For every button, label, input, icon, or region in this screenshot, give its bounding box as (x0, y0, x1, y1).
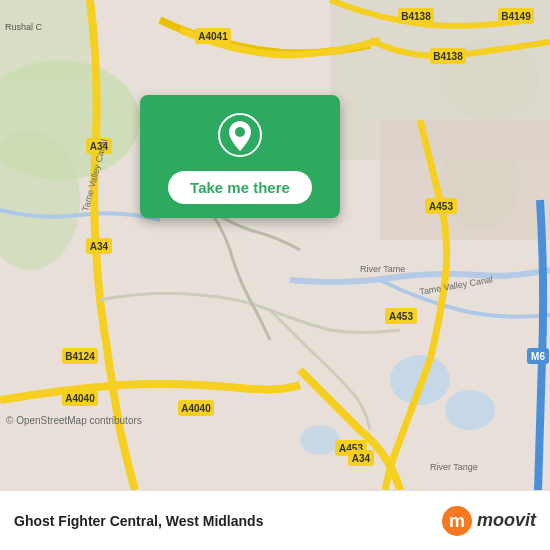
svg-text:B4138: B4138 (401, 11, 431, 22)
svg-text:B4138: B4138 (433, 51, 463, 62)
svg-text:A453: A453 (429, 201, 453, 212)
location-name: Ghost Fighter Central, West Midlands (14, 513, 263, 529)
svg-text:A4040: A4040 (181, 403, 211, 414)
svg-text:m: m (449, 511, 465, 531)
svg-text:A34: A34 (90, 241, 109, 252)
moovit-brand-icon: m (441, 505, 473, 537)
svg-text:River Tame: River Tame (360, 264, 405, 274)
svg-point-46 (235, 127, 245, 137)
pin-icon (218, 113, 262, 157)
footer-bar: Ghost Fighter Central, West Midlands m m… (0, 490, 550, 550)
svg-rect-3 (0, 0, 90, 80)
svg-text:A453: A453 (389, 311, 413, 322)
take-me-there-button[interactable]: Take me there (168, 171, 312, 204)
svg-text:M6: M6 (531, 351, 545, 362)
location-card: Take me there (140, 95, 340, 218)
svg-rect-10 (380, 120, 550, 240)
moovit-label: moovit (477, 510, 536, 531)
svg-text:A4040: A4040 (65, 393, 95, 404)
svg-text:B4149: B4149 (501, 11, 531, 22)
svg-text:A4041: A4041 (198, 31, 228, 42)
svg-point-8 (300, 425, 340, 455)
svg-text:A34: A34 (352, 453, 371, 464)
location-info: Ghost Fighter Central, West Midlands (14, 513, 263, 529)
svg-point-7 (445, 390, 495, 430)
moovit-logo[interactable]: m moovit (441, 505, 536, 537)
svg-text:Rushal C: Rushal C (5, 22, 43, 32)
svg-text:River Tange: River Tange (430, 462, 478, 472)
svg-text:B4124: B4124 (65, 351, 95, 362)
map-container: A34 A34 A4041 A453 A453 A453 B4138 B4138… (0, 0, 550, 490)
osm-credit: © OpenStreetMap contributors (6, 415, 142, 426)
